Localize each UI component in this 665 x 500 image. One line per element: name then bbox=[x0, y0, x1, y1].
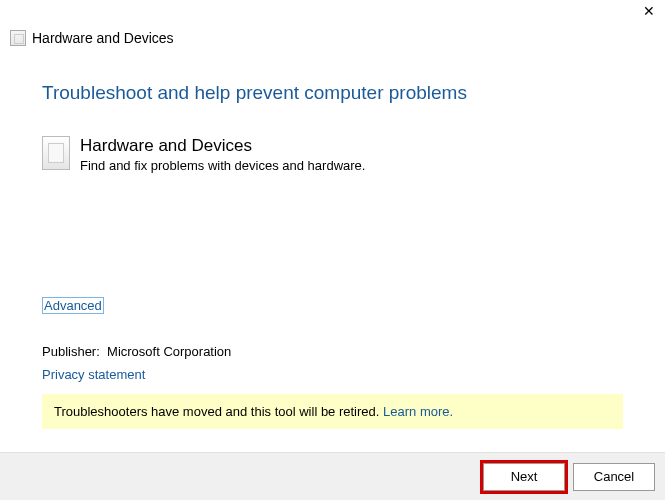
banner-text: Troubleshooters have moved and this tool… bbox=[54, 404, 379, 419]
section-text: Hardware and Devices Find and fix proble… bbox=[80, 136, 365, 173]
publisher-line: Publisher: Microsoft Corporation bbox=[42, 344, 623, 359]
next-button[interactable]: Next bbox=[483, 463, 565, 491]
learn-more-link[interactable]: Learn more. bbox=[383, 404, 453, 419]
content-area: Troubleshoot and help prevent computer p… bbox=[0, 46, 665, 429]
cancel-button[interactable]: Cancel bbox=[573, 463, 655, 491]
publisher-label: Publisher: bbox=[42, 344, 100, 359]
publisher-value: Microsoft Corporation bbox=[107, 344, 231, 359]
advanced-link[interactable]: Advanced bbox=[42, 297, 104, 314]
troubleshooter-section: Hardware and Devices Find and fix proble… bbox=[42, 136, 623, 173]
page-heading: Troubleshoot and help prevent computer p… bbox=[42, 82, 623, 104]
section-title: Hardware and Devices bbox=[80, 136, 365, 156]
header: Hardware and Devices bbox=[0, 0, 665, 46]
device-icon bbox=[42, 136, 70, 170]
deprecation-banner: Troubleshooters have moved and this tool… bbox=[42, 394, 623, 429]
footer: Next Cancel bbox=[0, 452, 665, 500]
privacy-statement-link[interactable]: Privacy statement bbox=[42, 367, 623, 382]
section-description: Find and fix problems with devices and h… bbox=[80, 158, 365, 173]
close-icon[interactable]: ✕ bbox=[643, 4, 655, 18]
troubleshooter-icon bbox=[10, 30, 26, 46]
header-title: Hardware and Devices bbox=[32, 30, 174, 46]
